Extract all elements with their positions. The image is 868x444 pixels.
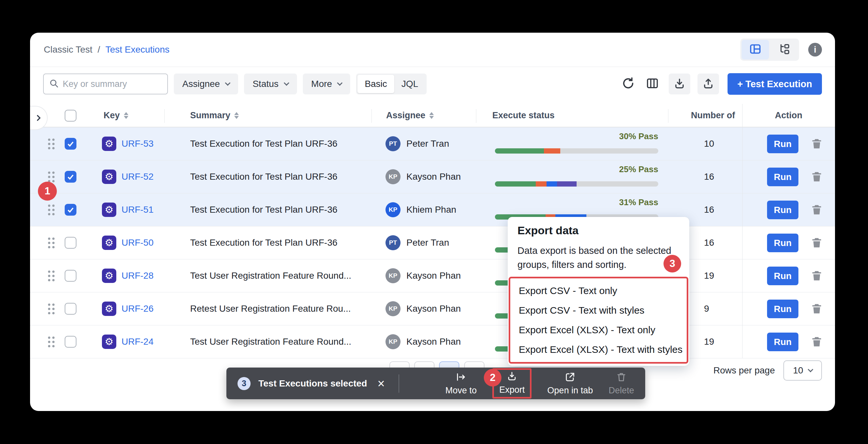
avatar: PT [385, 235, 401, 250]
column-header-assignee[interactable]: Assignee [386, 104, 434, 127]
table-row[interactable]: ⚙ URF-53 Test Execution for Test Plan UR… [30, 127, 835, 160]
issue-key-link[interactable]: URF-28 [122, 259, 154, 292]
table-row[interactable]: ⚙ URF-28 Test User Registration Feature … [30, 259, 835, 292]
pass-percentage-label: 30% Pass [495, 131, 658, 141]
move-to-action[interactable]: Move to [445, 372, 477, 395]
sort-icon[interactable] [429, 112, 434, 119]
filter-status[interactable]: Status [244, 73, 297, 94]
table-row[interactable]: ⚙ URF-52 Test Execution for Test Plan UR… [30, 160, 835, 193]
info-icon[interactable]: i [808, 43, 822, 57]
row-checkbox[interactable] [65, 171, 76, 183]
popup-title: Export data [518, 224, 579, 237]
rows-per-page-select[interactable]: 10 [783, 360, 822, 381]
table-row[interactable]: ⚙ URF-51 Test Execution for Test Plan UR… [30, 193, 835, 226]
issue-key-link[interactable]: URF-51 [122, 193, 154, 226]
menu-item-export-csv-text-with-styles[interactable]: Export CSV - Text with styles [510, 300, 687, 320]
column-header-key[interactable]: Key [103, 104, 128, 127]
menu-item-export-xlsx-text-with-styles[interactable]: Export Excel (XLSX) - Text with styles [510, 340, 687, 359]
drag-handle-icon[interactable] [48, 171, 50, 174]
table-row[interactable]: ⚙ URF-26 Retest User Registration Featur… [30, 292, 835, 325]
summary-text: Test User Registration Feature Round... [190, 259, 351, 292]
selection-actions: Move to Export Open in tab Delete [445, 371, 634, 395]
avatar: KP [385, 169, 401, 184]
row-checkbox[interactable] [65, 270, 76, 282]
trash-icon[interactable] [810, 335, 823, 348]
table-header: Key Summary Assignee Execute status Numb… [30, 104, 835, 127]
drag-handle-icon[interactable] [48, 304, 50, 306]
trash-icon[interactable] [810, 269, 823, 282]
issue-key-link[interactable]: URF-53 [122, 127, 154, 160]
status-segment [547, 181, 557, 187]
tree-layout-toggle[interactable] [770, 40, 798, 60]
avatar: KP [385, 268, 401, 283]
drag-handle-icon[interactable] [48, 237, 50, 240]
run-button[interactable]: Run [767, 266, 798, 285]
pass-percentage-label: 25% Pass [495, 164, 658, 175]
search-input[interactable] [63, 79, 162, 89]
sort-icon[interactable] [124, 112, 128, 119]
export-button[interactable] [698, 73, 719, 94]
run-button[interactable]: Run [767, 233, 798, 252]
refresh-button[interactable] [619, 73, 638, 94]
trash-icon[interactable] [810, 170, 823, 183]
open-in-tab-icon [564, 372, 576, 385]
table-row[interactable]: ⚙ URF-24 Test User Registration Feature … [30, 325, 835, 358]
run-button[interactable]: Run [767, 168, 798, 186]
number-of-value: 19 [704, 259, 714, 292]
table-row[interactable]: ⚙ URF-50 Test Execution for Test Plan UR… [30, 226, 835, 259]
trash-icon[interactable] [810, 236, 823, 249]
filter-assignee[interactable]: Assignee [174, 73, 238, 94]
query-mode-toggle: Basic JQL [356, 73, 427, 94]
test-execution-type-icon: ⚙ [102, 202, 116, 217]
issue-key-link[interactable]: URF-50 [122, 226, 154, 259]
trash-icon[interactable] [810, 302, 823, 315]
run-button[interactable]: Run [767, 332, 798, 351]
row-checkbox[interactable] [65, 138, 76, 150]
filter-more[interactable]: More [303, 73, 350, 94]
issue-key-link[interactable]: URF-24 [122, 325, 154, 358]
run-button[interactable]: Run [767, 200, 798, 219]
sort-icon[interactable] [234, 112, 239, 119]
close-icon[interactable]: × [378, 377, 385, 390]
open-in-tab-action[interactable]: Open in tab [547, 372, 593, 395]
gear-icon: ⚙ [105, 238, 114, 248]
status-segment [536, 181, 547, 187]
columns-button[interactable] [643, 73, 661, 94]
table-layout-toggle[interactable] [742, 40, 769, 60]
delete-action: Delete [609, 372, 634, 395]
mode-basic-tab[interactable]: Basic [358, 75, 394, 93]
breadcrumb-current[interactable]: Test Executions [105, 44, 169, 55]
trash-icon[interactable] [810, 203, 823, 216]
column-header-summary[interactable]: Summary [190, 104, 239, 127]
trash-icon[interactable] [810, 137, 823, 150]
number-of-value: 16 [704, 160, 714, 193]
issue-key-link[interactable]: URF-26 [122, 292, 154, 325]
row-checkbox[interactable] [65, 237, 76, 249]
issue-key-link[interactable]: URF-52 [122, 160, 154, 193]
import-button[interactable] [669, 73, 690, 94]
drag-handle-icon[interactable] [48, 337, 50, 339]
breadcrumb-parent[interactable]: Classic Test [44, 44, 92, 55]
search-box [43, 73, 168, 94]
annotation-step-2: 2 [484, 369, 501, 386]
menu-item-export-xlsx-text-only[interactable]: Export Excel (XLSX) - Text only [510, 320, 687, 340]
gear-icon: ⚙ [105, 304, 114, 314]
run-button[interactable]: Run [767, 135, 798, 153]
mode-jql-tab[interactable]: JQL [394, 79, 425, 89]
row-checkbox[interactable] [65, 204, 76, 216]
add-test-execution-button[interactable]: + Test Execution [727, 73, 822, 95]
menu-item-export-csv-text-only[interactable]: Export CSV - Text only [510, 281, 687, 300]
drag-handle-icon[interactable] [48, 204, 50, 207]
column-divider [476, 109, 476, 123]
test-execution-type-icon: ⚙ [102, 136, 116, 151]
drag-handle-icon[interactable] [48, 271, 50, 273]
select-all-checkbox[interactable] [65, 110, 76, 122]
run-button[interactable]: Run [767, 299, 798, 318]
drag-handle-icon[interactable] [48, 138, 50, 141]
number-of-value: 19 [704, 325, 714, 358]
status-segment [495, 148, 544, 154]
columns-icon [646, 76, 659, 92]
row-checkbox[interactable] [65, 336, 76, 348]
row-checkbox[interactable] [65, 303, 76, 315]
status-segment [557, 181, 577, 187]
